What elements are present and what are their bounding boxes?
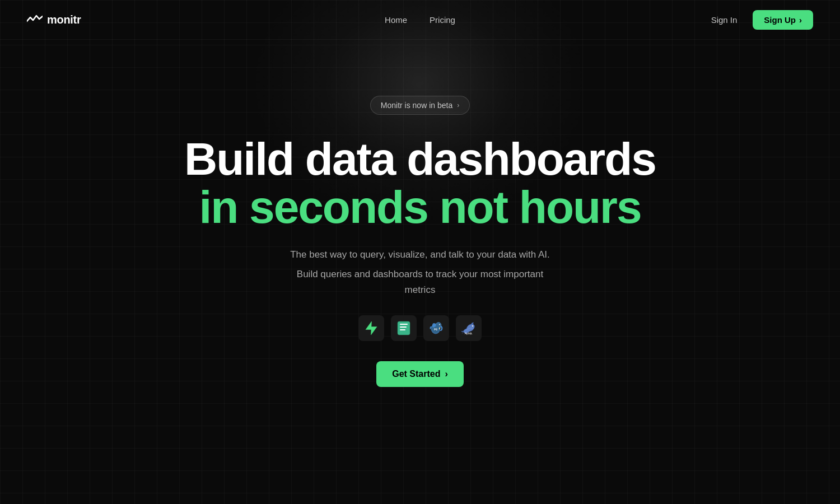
beta-chevron-icon: › [457, 101, 459, 109]
signin-button[interactable]: Sign In [704, 11, 744, 29]
hero-subtitle2: Build queries and dashboards to track yo… [286, 267, 554, 297]
logo-text: monitr [47, 13, 81, 26]
hero-subtitle1: The best way to query, visualize, and ta… [290, 247, 550, 262]
navbar-actions: Sign In Sign Up › [704, 10, 813, 30]
hero-section: Monitr is now in beta › Build data dashb… [0, 40, 840, 387]
supabase-icon [358, 315, 384, 341]
logo-icon [27, 15, 43, 25]
svg-point-9 [473, 325, 473, 326]
get-started-button[interactable]: Get Started › [376, 361, 464, 387]
svg-rect-0 [398, 321, 410, 335]
hero-title-line2: in seconds not hours [199, 183, 641, 231]
svg-text:MySQL: MySQL [465, 332, 473, 335]
nav-pricing[interactable]: Pricing [421, 11, 464, 29]
mysql-icon: MySQL [456, 315, 482, 341]
logo[interactable]: monitr [27, 13, 81, 26]
get-started-chevron: › [445, 369, 447, 379]
postgresql-icon: PG [423, 315, 449, 341]
signup-button[interactable]: Sign Up › [753, 10, 813, 30]
svg-text:PG: PG [434, 328, 437, 331]
svg-point-4 [440, 324, 440, 325]
tech-icons: PG MySQL [358, 315, 482, 341]
navbar: monitr Home Pricing Sign In Sign Up › [0, 0, 840, 40]
beta-badge[interactable]: Monitr is now in beta › [370, 96, 470, 115]
notion-icon [391, 315, 417, 341]
nav-home[interactable]: Home [376, 11, 416, 29]
main-nav: Home Pricing [376, 11, 464, 29]
hero-title-line1: Build data dashboards [184, 135, 656, 183]
